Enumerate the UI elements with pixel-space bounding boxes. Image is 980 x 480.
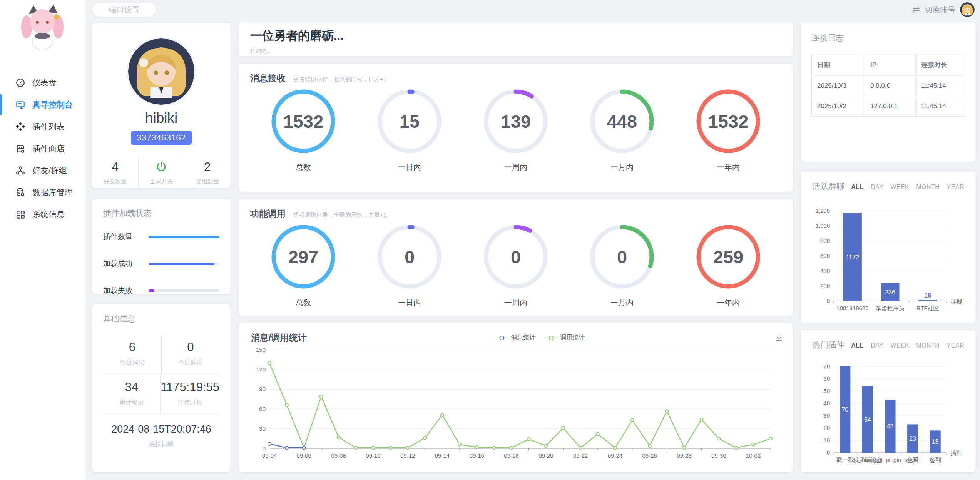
sidebar-item-system-info[interactable]: 系统信息	[0, 203, 85, 225]
legend-item-calls[interactable]: 调用统计	[545, 334, 585, 342]
svg-text:1172: 1172	[846, 254, 860, 261]
sidebar-item-plugin-store[interactable]: 插件商店	[0, 137, 85, 159]
ring-label: 一周内	[504, 162, 527, 172]
store-icon	[15, 144, 25, 154]
svg-text:09-28: 09-28	[677, 452, 691, 459]
tab-month[interactable]: MONTH	[916, 184, 940, 191]
table-cell: 2025/10/2	[812, 96, 865, 117]
sidebar-item-friends-groups[interactable]: 好友/群组	[0, 159, 85, 181]
ring-label: 一日内	[398, 298, 421, 308]
sidebar-item-plugin-list[interactable]: 插件列表	[0, 115, 85, 137]
sidebar-item-label: 插件列表	[32, 121, 65, 132]
svg-text:0: 0	[263, 445, 266, 452]
ring-label: 一日内	[398, 162, 421, 172]
svg-text:18: 18	[932, 438, 939, 445]
stats-chart-title: 消息/调用统计	[251, 332, 306, 344]
tab-year[interactable]: YEAR	[947, 184, 964, 191]
legend-item-messages[interactable]: 消息统计	[496, 334, 535, 342]
svg-text:70: 70	[823, 363, 830, 370]
ring-value: 15	[376, 88, 443, 154]
connection-log-title: 连接日志	[811, 32, 965, 43]
connection-date-value: 2024-08-15T20:07:46	[103, 423, 219, 435]
sidebar-item-console[interactable]: 真寻控制台	[0, 94, 85, 115]
power-icon[interactable]	[156, 161, 167, 172]
sidebar-item-label: 好友/群组	[32, 165, 67, 176]
svg-text:90: 90	[259, 386, 266, 392]
switch-account-label: 切换账号	[925, 5, 955, 15]
svg-text:120: 120	[256, 366, 266, 373]
connection-duration-stat: 1175:19:55 连接时长	[160, 374, 219, 414]
friend-count-value: 4	[92, 160, 138, 174]
tab-week[interactable]: WEEK	[890, 184, 909, 191]
sidebar-item-dashboard[interactable]: 仪表盘	[0, 72, 85, 94]
svg-text:23: 23	[909, 435, 916, 442]
stat-value: 6	[103, 340, 161, 354]
stat-label: 今日调用	[162, 359, 220, 367]
svg-text:笨蛋程序员: 笨蛋程序员	[876, 305, 905, 311]
table-cell: 2025/10/3	[812, 76, 865, 96]
svg-text:30: 30	[823, 412, 830, 419]
line-chart: 030609012015009-0409-0609-0809-1009-1209…	[248, 344, 784, 462]
tab-year[interactable]: YEAR	[947, 342, 964, 349]
stat-ring: 0一日内	[356, 224, 463, 308]
svg-text:1,200: 1,200	[815, 207, 830, 214]
tab-month[interactable]: MONTH	[916, 342, 940, 349]
svg-text:09-14: 09-14	[435, 452, 450, 459]
ring-label: 总数	[296, 162, 311, 172]
mascot-logo-icon	[18, 3, 67, 57]
ring-label: 一月内	[610, 162, 634, 172]
svg-text:09-20: 09-20	[538, 452, 553, 459]
app-logo	[0, 0, 85, 57]
col-ip: IP	[865, 54, 916, 76]
download-icon[interactable]	[774, 333, 784, 343]
progress-bar	[149, 289, 219, 292]
ring-label: 总数	[296, 298, 311, 308]
ring-label: 一月内	[610, 298, 634, 308]
ring-value: 1532	[270, 88, 336, 154]
table-cell: 11:45:14	[915, 76, 965, 96]
ring-value: 0	[376, 224, 443, 290]
global-switch-label: 全局开关	[139, 178, 184, 185]
greeting-subtitle: 挥剑吧...	[250, 48, 781, 55]
tab-all[interactable]: ALL	[851, 342, 864, 349]
tab-day[interactable]: DAY	[871, 342, 883, 349]
sidebar-item-database[interactable]: 数据库管理	[0, 181, 85, 203]
plugin-status-rows: 插件数量加载成功加载失败	[103, 232, 219, 296]
svg-text:签到: 签到	[930, 457, 941, 463]
avatar-image	[128, 38, 194, 105]
port-settings-button[interactable]: 端口设置	[92, 3, 156, 17]
ring-value: 297	[270, 224, 336, 290]
table-cell: 127.0.0.1	[865, 96, 916, 117]
message-card-title: 消息接收	[250, 72, 286, 84]
profile-avatar	[128, 38, 194, 105]
tab-all[interactable]: ALL	[851, 184, 864, 191]
svg-text:09-18: 09-18	[504, 452, 518, 459]
svg-text:10-02: 10-02	[746, 452, 761, 459]
tab-day[interactable]: DAY	[871, 184, 883, 191]
plugin-status-row: 加载成功	[103, 259, 219, 269]
account-switcher[interactable]: ⇌ 切换账号	[912, 2, 975, 17]
svg-text:1,000: 1,000	[815, 222, 830, 229]
svg-text:43: 43	[887, 423, 894, 430]
topbar-avatar[interactable]	[960, 2, 975, 17]
friend-count-label: 好友数量	[92, 178, 138, 185]
svg-text:150: 150	[256, 346, 266, 353]
stat-ring: 448一月内	[569, 88, 675, 172]
col-date: 日期	[812, 54, 865, 76]
svg-text:09-06: 09-06	[297, 452, 311, 459]
svg-text:30: 30	[259, 425, 266, 432]
stat-ring: 0一周内	[463, 224, 569, 308]
table-cell: 0.0.0.0	[865, 76, 916, 96]
tab-week[interactable]: WEEK	[890, 342, 909, 349]
svg-text:09-16: 09-16	[470, 452, 484, 459]
progress-fill	[149, 236, 219, 238]
active-groups-tabs: ALLDAYWEEKMONTHYEAR	[851, 184, 964, 191]
stat-value: 0	[162, 340, 220, 354]
table-cell: 11:45:14	[915, 96, 965, 117]
sidebar-item-label: 系统信息	[32, 209, 65, 220]
plugin-status-row: 插件数量	[103, 232, 219, 242]
svg-text:色图: 色图	[907, 457, 918, 463]
global-switch-stat: 全局开关	[138, 158, 184, 189]
hot-plugins-chart: 01020304050607070戳一戳54俄罗斯轮盘43nonebot_plu…	[810, 361, 967, 473]
table-row: 2025/10/30.0.0.011:45:14	[812, 76, 965, 96]
